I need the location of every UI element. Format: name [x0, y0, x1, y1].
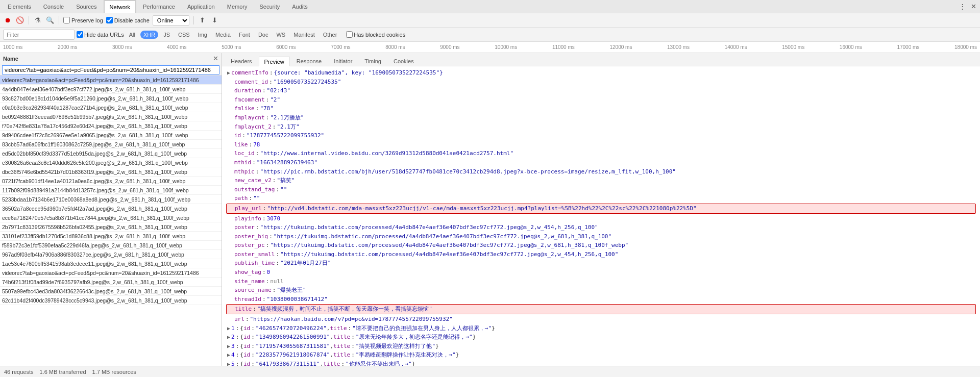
expand-arrow[interactable]: ▶ [227, 342, 230, 350]
request-item[interactable]: 2b7971c83139f2675598b526bfa02455.jpeg@s_… [0, 222, 222, 232]
request-item[interactable]: videorec?tab=gaoxiao&act=pcFeed&pd=pc&nu… [0, 268, 222, 278]
expand-arrow[interactable]: ▶ [227, 360, 230, 366]
request-item[interactable]: f589b72c3e1fcf5390efaa5c229d46fa.jpeg@s_… [0, 241, 222, 250]
filter-tab-other[interactable]: Other [320, 31, 340, 39]
tab-headers[interactable]: Headers [225, 56, 258, 66]
network-toolbar: ⏺ 🚫 ⚗ 🔍 Preserve log Disable cache Onlin… [0, 13, 980, 28]
json-key: url [234, 315, 244, 324]
request-item[interactable]: dbc36f5746e6bd55421b7d01b8363f19.jpeg@s_… [0, 167, 222, 177]
filter-tab-js[interactable]: JS [160, 31, 173, 39]
tab-application[interactable]: Application [182, 0, 220, 13]
throttling-select[interactable]: Online Fast 3G Slow 3G Offline [153, 15, 189, 26]
json-value: "http://www.internal.video.baidu.com/326… [260, 149, 513, 158]
json-value: 78 [253, 140, 260, 149]
filter-tab-ws[interactable]: WS [273, 31, 288, 39]
request-item[interactable]: 93c827bd00e18c1d104de5e9f5a21260.jpeg@s_… [0, 94, 222, 103]
json-value: "搞笑视频最欢迎的这样打了他" [356, 342, 435, 351]
tab-response[interactable]: Response [291, 56, 328, 66]
record-button[interactable]: ⏺ [3, 16, 12, 25]
preserve-log-checkbox[interactable]: Preserve log [63, 17, 103, 23]
json-line: show_tag : 0 [226, 268, 976, 277]
array-item-5: ▶ 5 : { id : "641793386773115​11" , titl… [226, 360, 976, 366]
json-colon: : [252, 158, 256, 167]
expand-arrow[interactable]: ▶ [227, 351, 230, 359]
expand-arrow[interactable]: ▶ [227, 324, 230, 333]
tab-performance[interactable]: Performance [137, 0, 181, 13]
filter-tab-font[interactable]: Font [236, 31, 253, 39]
json-colon: : [348, 324, 352, 333]
filter-tab-all[interactable]: All [126, 31, 138, 39]
disable-cache-input[interactable] [106, 17, 113, 23]
tab-elements[interactable]: Elements [2, 0, 37, 13]
request-item[interactable]: 36502a7a8ceee95d360b7e5fd4f2a7ad.jpeg@s_… [0, 204, 222, 213]
has-blocked-cookies-checkbox[interactable]: Has blocked cookies [346, 31, 405, 38]
json-value: "2" [270, 95, 280, 105]
request-item[interactable]: be09248881ff3eeead07898e51b995b7.jpeg@s_… [0, 112, 222, 121]
filter-tab-media[interactable]: Media [212, 31, 234, 39]
tab-cookies[interactable]: Cookies [388, 56, 420, 66]
import-har-icon[interactable]: ⬆ [198, 16, 207, 25]
filter-tab-xhr[interactable]: XHR [140, 31, 158, 39]
preserve-log-input[interactable] [63, 17, 70, 23]
request-item[interactable]: videorec?tab=gaoxiao&act=pcFeed&pd=pc&nu… [0, 76, 222, 85]
request-item[interactable]: f70e742f8e831a78a17c456d92e60d24.jpeg@s_… [0, 121, 222, 131]
tab-console[interactable]: Console [38, 0, 69, 13]
json-key: title [235, 305, 252, 314]
filter-tab-img[interactable]: Img [195, 31, 210, 39]
request-item[interactable]: 62c11b4d2f400dc39789428ccc5c9943.jpeg@s_… [0, 296, 222, 305]
hide-data-urls-input[interactable] [77, 31, 83, 38]
more-tools-icon[interactable]: ⋮ [958, 2, 967, 11]
close-panel-button[interactable]: ✕ [213, 55, 218, 62]
has-blocked-cookies-input[interactable] [346, 31, 353, 38]
tab-audits[interactable]: Audits [286, 0, 313, 13]
request-item[interactable]: 1ae53c4e7600bff5341598ab3edeee11.jpeg@s_… [0, 259, 222, 268]
close-devtools-icon[interactable]: ✕ [969, 2, 978, 11]
tab-sources[interactable]: Sources [70, 0, 102, 13]
request-item[interactable]: 33101ef233ff59db1270d5c1d8936c88.jpeg@s_… [0, 232, 222, 241]
hide-data-urls-checkbox[interactable]: Hide data URLs [77, 31, 124, 38]
request-item[interactable]: 5233bdaa1b7134b6e1710e00368a8ed8.jpeg@s_… [0, 195, 222, 204]
json-line: publish_time : "2021年01月27日" [226, 259, 976, 268]
export-har-icon[interactable]: ⬇ [210, 16, 219, 25]
request-item[interactable]: 9d9406cdee1f72c8c26967ee5e1a9065.jpeg@s_… [0, 131, 222, 140]
request-item[interactable]: 74b6f213f1f08ad99de7f6935797afb9.jpeg@s_… [0, 278, 222, 287]
filter-tab-css[interactable]: CSS [175, 31, 193, 39]
tab-network[interactable]: Network [104, 0, 136, 13]
tab-timing[interactable]: Timing [359, 56, 387, 66]
clear-button[interactable]: 🚫 [15, 16, 24, 25]
request-item[interactable]: ed5dc02bbf850cf39d3377d51eb915da.jpeg@s_… [0, 149, 222, 158]
json-colon: : [276, 259, 279, 268]
request-item[interactable]: 5507a99efbc43ed3da8034f36226643c.jpeg@s_… [0, 287, 222, 296]
json-line: mthpic : "https://pic.rmb.bdstatic.com/b… [226, 167, 976, 177]
disable-cache-checkbox[interactable]: Disable cache [106, 17, 150, 23]
request-item[interactable]: ece6a7182470e57c5a8b371b41cc7844.jpeg@s_… [0, 213, 222, 222]
request-item[interactable]: 117b092f09d889491a2144b84d13257c.jpeg@s_… [0, 186, 222, 195]
request-item[interactable]: e300826a6eaa3c8c140ddd626c5fc200.jpeg@s_… [0, 158, 222, 167]
request-item-url: ed5dc02bbf850cf39d3377d51eb915da.jpeg@s_… [2, 150, 187, 157]
tab-initiator[interactable]: Initiator [328, 56, 358, 66]
tab-memory[interactable]: Memory [222, 0, 253, 13]
json-line: poster_pc : "https://tukuimg.bdstatic.co… [226, 241, 976, 250]
url-bar-input[interactable] [2, 65, 219, 74]
tab-preview[interactable]: Preview [259, 57, 290, 66]
expand-arrow[interactable]: ▶ [227, 333, 230, 341]
expand-arrow[interactable]: ▶ [227, 69, 230, 77]
json-value: "https://tukuimg.bdstatic.com/processed/… [274, 232, 611, 241]
tab-security[interactable]: Security [254, 0, 285, 13]
json-bracket: } [473, 333, 476, 342]
filter-input[interactable] [3, 30, 75, 40]
request-item[interactable]: 83cbb57ad6a06fbc1ff16030862c7259.jpeg@s_… [0, 140, 222, 149]
request-item[interactable]: 0721f7fcab901df14ee1a40121a0ea6c.jpeg@s_… [0, 177, 222, 186]
request-item-url: be09248881ff3eeead07898e51b995b7.jpeg@s_… [2, 114, 187, 120]
json-colon: : [242, 131, 246, 140]
json-key: commentInfo [231, 68, 268, 78]
search-icon[interactable]: 🔍 [45, 16, 55, 25]
array-index: 4 [231, 350, 235, 360]
json-key: mthpic [234, 167, 255, 177]
filter-tab-doc[interactable]: Doc [255, 31, 272, 39]
request-item[interactable]: 4a4db847e4aef36e407bdf3ec97cf772.jpeg@s_… [0, 85, 222, 94]
filter-icon[interactable]: ⚗ [33, 16, 42, 25]
filter-tab-manifest[interactable]: Manifest [290, 31, 318, 39]
request-item[interactable]: c0a0b3e3ca262934f40a1287cae271b4.jpeg@s_… [0, 103, 222, 112]
request-item[interactable]: 967ad9f03efb4fa7906a886f830327ce.jpeg@s_… [0, 250, 222, 259]
